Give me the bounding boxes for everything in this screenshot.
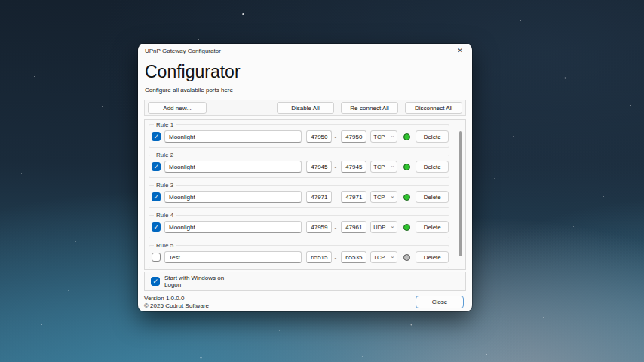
copyright-text: © 2025 Codrut Software	[144, 302, 209, 310]
rule-row: - TCP ⌄ Delete	[149, 161, 449, 173]
chevron-down-icon: ⌄	[391, 253, 395, 259]
protocol-select[interactable]: TCP ⌄	[370, 130, 397, 143]
protocol-value: UDP	[373, 224, 385, 231]
rule-label: Rule 1	[154, 121, 176, 128]
reconnect-all-button[interactable]: Re-connect All	[341, 102, 398, 114]
chevron-down-icon: ⌄	[391, 163, 395, 169]
protocol-select[interactable]: TCP ⌄	[370, 251, 397, 263]
startup-label: Start with Windows on Logon	[164, 275, 232, 288]
chevron-down-icon: ⌄	[391, 223, 395, 229]
delete-button[interactable]: Delete	[416, 221, 449, 233]
rule-enabled-checkbox[interactable]	[152, 162, 161, 171]
titlebar[interactable]: UPnP Gateway Configurator ✕	[138, 44, 472, 57]
rule-name-input[interactable]	[164, 191, 302, 203]
rule-label: Rule 3	[154, 182, 176, 189]
rule-name-input[interactable]	[164, 221, 302, 233]
add-new-button[interactable]: Add new...	[148, 102, 207, 114]
desktop-wallpaper: UPnP Gateway Configurator ✕ Configurator…	[0, 0, 644, 362]
toolbar: Add new... Disable All Re-connect All Di…	[144, 100, 466, 116]
rule-group-2: Rule 2 - TCP ⌄ Delete	[149, 155, 449, 178]
rule-label: Rule 2	[154, 152, 176, 158]
status-indicator	[403, 164, 410, 170]
startup-panel: Start with Windows on Logon	[144, 272, 466, 291]
port-from-input[interactable]	[306, 221, 332, 233]
port-from-input[interactable]	[306, 191, 332, 203]
close-button[interactable]: Close	[416, 296, 464, 308]
port-from-input[interactable]	[306, 251, 332, 263]
close-icon[interactable]: ✕	[448, 44, 472, 57]
port-from-input[interactable]	[306, 161, 332, 173]
port-to-input[interactable]	[341, 251, 366, 263]
window-content: Configurator Configure all avalabile por…	[138, 62, 472, 310]
rule-row: - TCP ⌄ Delete	[149, 251, 449, 263]
vertical-scrollbar[interactable]	[459, 131, 462, 256]
rule-row: - UDP ⌄ Delete	[149, 221, 449, 233]
status-indicator	[403, 133, 410, 140]
delete-button[interactable]: Delete	[416, 251, 449, 263]
rule-name-input[interactable]	[164, 130, 302, 143]
delete-button[interactable]: Delete	[416, 130, 449, 143]
port-separator: -	[334, 164, 336, 170]
page-subtitle: Configure all avalabile ports here	[145, 87, 466, 94]
starfield-dim	[0, 0, 1, 1]
port-to-input[interactable]	[341, 221, 366, 233]
rule-name-input[interactable]	[164, 251, 302, 263]
port-to-input[interactable]	[341, 191, 366, 203]
rule-enabled-checkbox[interactable]	[152, 192, 161, 201]
rules-list: Rule 1 - TCP ⌄ Delete	[144, 119, 466, 270]
port-to-input[interactable]	[341, 130, 366, 143]
protocol-value: TCP	[373, 133, 385, 140]
protocol-value: TCP	[373, 164, 385, 170]
port-separator: -	[334, 194, 336, 201]
port-separator: -	[334, 224, 336, 231]
window-title: UPnP Gateway Configurator	[145, 48, 221, 54]
protocol-select[interactable]: TCP ⌄	[370, 161, 397, 173]
chevron-down-icon: ⌄	[391, 193, 395, 199]
status-indicator	[403, 224, 410, 231]
rule-enabled-checkbox[interactable]	[152, 132, 161, 141]
rule-label: Rule 5	[154, 242, 176, 249]
footer-info: Version 1.0.0.0 © 2025 Codrut Software	[144, 295, 209, 310]
rule-name-input[interactable]	[164, 161, 302, 173]
status-indicator	[403, 194, 410, 201]
chevron-down-icon: ⌄	[391, 133, 395, 139]
delete-button[interactable]: Delete	[416, 161, 449, 173]
port-from-input[interactable]	[306, 130, 332, 143]
rule-group-5: Rule 5 - TCP ⌄ Delete	[149, 245, 449, 268]
rule-group-1: Rule 1 - TCP ⌄ Delete	[149, 124, 449, 148]
footer: Version 1.0.0.0 © 2025 Codrut Software C…	[144, 295, 466, 310]
rule-enabled-checkbox[interactable]	[152, 253, 161, 262]
disconnect-all-button[interactable]: Disconnect All	[405, 102, 462, 114]
port-separator: -	[334, 133, 336, 140]
rule-enabled-checkbox[interactable]	[152, 222, 161, 232]
status-indicator	[403, 254, 410, 261]
rule-row: - TCP ⌄ Delete	[149, 191, 449, 203]
rule-label: Rule 4	[154, 212, 176, 219]
upnp-configurator-window: UPnP Gateway Configurator ✕ Configurator…	[138, 44, 472, 311]
port-separator: -	[334, 254, 336, 261]
protocol-value: TCP	[373, 254, 385, 261]
disable-all-button[interactable]: Disable All	[277, 102, 334, 114]
rule-group-3: Rule 3 - TCP ⌄ Delete	[149, 185, 449, 208]
rule-row: - TCP ⌄ Delete	[149, 130, 449, 143]
protocol-value: TCP	[373, 194, 385, 201]
page-title: Configurator	[145, 62, 466, 82]
version-text: Version 1.0.0.0	[144, 295, 209, 302]
startup-checkbox[interactable]	[151, 277, 160, 286]
port-to-input[interactable]	[341, 161, 366, 173]
delete-button[interactable]: Delete	[416, 191, 449, 203]
rule-group-4: Rule 4 - UDP ⌄ Delete	[149, 215, 449, 238]
protocol-select[interactable]: UDP ⌄	[370, 221, 397, 233]
protocol-select[interactable]: TCP ⌄	[370, 191, 397, 203]
